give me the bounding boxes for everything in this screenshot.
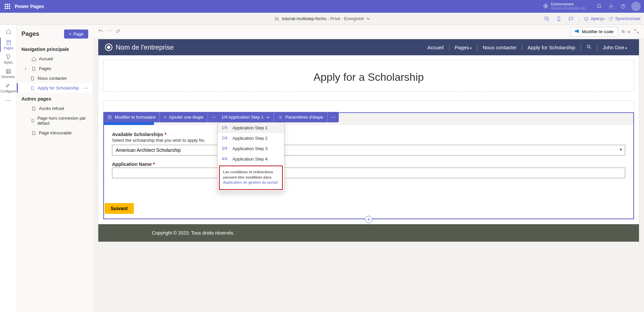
nav-home[interactable]: Accueil bbox=[422, 45, 449, 50]
home-icon bbox=[6, 29, 11, 34]
notifications-icon[interactable] bbox=[593, 4, 605, 9]
nav-pages[interactable]: Pages▾ bbox=[449, 45, 477, 50]
multistep-form: Application Step 1 Application Step 2 Ap… bbox=[103, 112, 634, 219]
preview-button[interactable]: Aperçu bbox=[584, 16, 604, 21]
caret-down-icon: ▾ bbox=[470, 46, 472, 50]
responsive-icon[interactable] bbox=[543, 15, 551, 23]
next-button[interactable]: Suivant bbox=[105, 203, 134, 214]
tree-item-label: Accueil bbox=[39, 56, 53, 61]
available-scholarships-select[interactable] bbox=[112, 145, 625, 155]
undo-button[interactable] bbox=[98, 28, 103, 35]
gear-icon bbox=[278, 115, 283, 120]
portal-management-link[interactable]: Application de gestion du portail bbox=[223, 180, 278, 184]
site-name-button[interactable]: tutorial-multistep-forms - Privé - Enreg… bbox=[274, 16, 370, 21]
application-name-input[interactable] bbox=[112, 168, 625, 178]
heading-section[interactable]: Apply for a Scholarship bbox=[103, 60, 634, 92]
form-icon bbox=[107, 115, 112, 120]
people-icon bbox=[274, 16, 279, 21]
nav-apply[interactable]: Apply for Scholarship bbox=[522, 45, 581, 50]
tree-item-denied[interactable]: Accès refusé bbox=[17, 104, 93, 113]
caret-down-icon: ▾ bbox=[625, 46, 627, 50]
step-option-4[interactable]: 4/4Application Step 4 bbox=[218, 154, 284, 164]
tree-item-contact[interactable]: Nous contacter bbox=[17, 73, 93, 83]
rail-more[interactable]: ⋯ bbox=[5, 97, 11, 104]
edit-code-button[interactable]: Modifier le code bbox=[570, 27, 618, 37]
file-icon bbox=[32, 106, 36, 111]
dropdown-note: Les conditions et redirections peuvent ê… bbox=[219, 166, 283, 190]
other-pages-section-label: Autres pages bbox=[17, 93, 93, 104]
rail-configure[interactable]: Configurer bbox=[0, 81, 17, 95]
step-toolbar-more[interactable]: ⋯ bbox=[328, 112, 339, 122]
svg-point-1 bbox=[610, 6, 612, 7]
site-visibility: - Privé bbox=[326, 16, 340, 21]
styles-icon bbox=[5, 54, 11, 60]
canvas-toolbar: Modifier le code bbox=[93, 25, 644, 39]
environment-selector[interactable]: Environnement Version d'évaluation de... bbox=[543, 2, 588, 10]
nav-search[interactable] bbox=[581, 44, 597, 51]
rail-data[interactable]: Données bbox=[0, 66, 17, 81]
step-settings-label: Paramètres d'étape bbox=[285, 115, 323, 120]
step-option-3[interactable]: 3/4Application Step 3 bbox=[218, 143, 284, 154]
file-icon bbox=[30, 76, 35, 81]
tree-item-label: Nous contacter bbox=[38, 76, 67, 81]
svg-point-3 bbox=[623, 7, 624, 8]
file-icon bbox=[32, 131, 36, 135]
rail-styles[interactable]: Styles bbox=[0, 52, 17, 66]
data-icon bbox=[5, 68, 11, 74]
site-footer: Copyright © 2023. Tous droits réservés. bbox=[98, 224, 639, 242]
step-label: Application Step 3 bbox=[232, 146, 268, 151]
settings-icon[interactable] bbox=[605, 4, 617, 9]
tree-item-offline[interactable]: Page hors connexion par défaut bbox=[17, 113, 93, 128]
environment-name: Version d'évaluation de... bbox=[551, 6, 588, 10]
rail-pages[interactable]: Pages bbox=[0, 38, 17, 52]
step-settings-button[interactable]: Paramètres d'étape bbox=[274, 112, 327, 122]
redo-button[interactable] bbox=[107, 28, 112, 35]
mobile-icon[interactable] bbox=[555, 15, 563, 23]
tree-item-apply[interactable]: Apply for Scholarship ⋯ bbox=[17, 83, 93, 93]
tree-item-notfound[interactable]: Page introuvable bbox=[17, 128, 93, 138]
tree-item-pages[interactable]: › Pages bbox=[17, 64, 93, 73]
step-option-1[interactable]: 1/4Application Step 1 bbox=[218, 123, 284, 133]
waffle-icon[interactable] bbox=[5, 4, 10, 9]
nav-contact[interactable]: Nous contacter bbox=[477, 45, 522, 50]
chevron-down-icon bbox=[367, 17, 370, 20]
rail-data-label: Données bbox=[1, 75, 15, 79]
sync-icon bbox=[608, 16, 613, 21]
add-page-button[interactable]: + Page bbox=[64, 29, 88, 39]
add-step-button[interactable]: + Ajouter une étape bbox=[160, 112, 207, 122]
step-prefix: 1/4 bbox=[222, 125, 230, 130]
expand-button[interactable] bbox=[634, 28, 639, 35]
site-header: Nom de l'entreprise Accueil Pages▾ Nous … bbox=[98, 39, 639, 55]
left-rail: Pages Styles Données Configurer ⋯ bbox=[0, 25, 17, 312]
chat-icon[interactable] bbox=[567, 15, 575, 23]
step-option-2[interactable]: 2/4Application Step 2 bbox=[218, 133, 284, 143]
rail-home[interactable] bbox=[2, 27, 14, 36]
chevron-down-icon bbox=[266, 116, 270, 119]
add-section-button[interactable]: + bbox=[365, 216, 372, 223]
rail-pages-label: Pages bbox=[4, 46, 13, 50]
nav-user[interactable]: John Doe▾ bbox=[597, 45, 632, 50]
svg-rect-11 bbox=[7, 40, 10, 45]
help-icon[interactable] bbox=[617, 4, 629, 9]
edit-form-button[interactable]: Modifier le formulaire bbox=[103, 112, 159, 122]
sync-button[interactable]: Synchroniser bbox=[608, 16, 641, 21]
document-bar: tutorial-multistep-forms - Privé - Enreg… bbox=[0, 13, 644, 25]
step-toolbar: 1/4 Application Step 1 Paramètres d'étap… bbox=[217, 112, 339, 122]
user-avatar[interactable] bbox=[631, 2, 641, 11]
site-brand[interactable]: Nom de l'entreprise bbox=[105, 44, 174, 51]
edit-form-label: Modifier le formulaire bbox=[115, 115, 155, 120]
add-step-label: Ajouter une étape bbox=[169, 115, 204, 120]
canvas: Modifier le code Nom de l'entreprise Acc… bbox=[93, 25, 644, 312]
file-icon bbox=[31, 118, 35, 123]
more-icon[interactable]: ⋯ bbox=[84, 85, 88, 90]
zoom-button[interactable] bbox=[621, 29, 631, 34]
tree-item-home[interactable]: Accueil bbox=[17, 54, 93, 64]
tree-item-label: Page hors connexion par défaut bbox=[37, 116, 88, 126]
nav-user-label: John Doe bbox=[603, 45, 624, 50]
svg-rect-7 bbox=[547, 18, 548, 20]
available-scholarships-help: Select the scholarship that you wish to … bbox=[112, 138, 625, 143]
sync-label: Synchroniser bbox=[615, 16, 641, 21]
link-button[interactable] bbox=[115, 28, 121, 35]
pages-icon bbox=[6, 40, 12, 46]
current-step-dropdown[interactable]: 1/4 Application Step 1 bbox=[217, 112, 274, 122]
